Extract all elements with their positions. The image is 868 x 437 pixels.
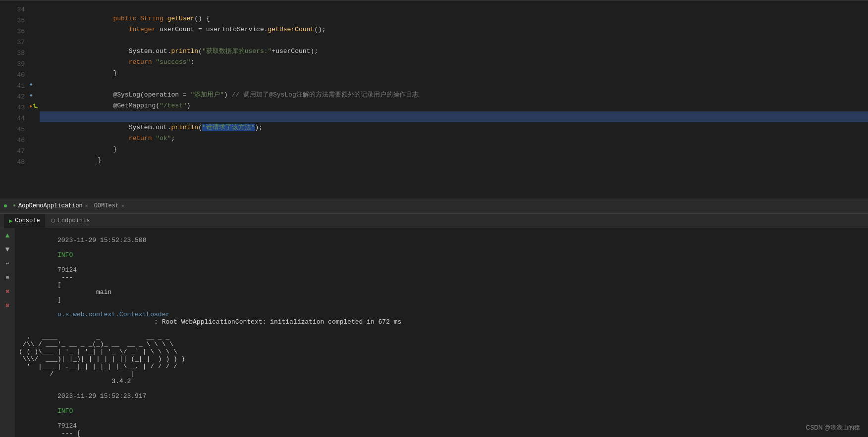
console-tab-bar: ▶ Console ⬡ Endpoints xyxy=(0,213,868,228)
bottom-section: ● AopDemoApplication ✕ OOMTest ✕ ▶ Conso… xyxy=(0,198,868,437)
run-status-dot xyxy=(4,204,7,207)
run-label-aop[interactable]: ● AopDemoApplication ✕ xyxy=(13,202,88,209)
log-ascii-4: \\\/ ___)| |_)| | | | | || (_| | ) ) ) ) xyxy=(19,355,864,363)
tab-console[interactable]: ▶ Console xyxy=(4,214,45,228)
endpoints-icon: ⬡ xyxy=(51,218,55,224)
run-label-oom[interactable]: OOMTest ✕ xyxy=(94,202,124,209)
log-ascii-6: / | xyxy=(19,370,864,378)
console-output-area[interactable]: 2023-11-29 15:52:23.508 INFO 79124 --- [… xyxy=(15,228,868,437)
code-line-43: public String test() { xyxy=(40,100,868,111)
run-label-bar: ● AopDemoApplication ✕ OOMTest ✕ xyxy=(0,198,868,213)
endpoints-label: Endpoints xyxy=(58,217,90,224)
code-line-36 xyxy=(40,24,868,35)
run-label-aop-icon: ● xyxy=(13,203,16,208)
scroll-up-icon[interactable]: ▲ xyxy=(2,230,13,241)
main-layout: ● UserController.java ✕ ● Authority.java… xyxy=(0,0,868,437)
filter-icon[interactable]: ⊞ xyxy=(2,272,13,283)
tab-endpoints[interactable]: ⬡ Endpoints xyxy=(46,214,95,228)
gutter-icons: ◆ ◆ ▶ 🐛 xyxy=(30,0,40,194)
run-label-aop-close[interactable]: ✕ xyxy=(85,203,88,209)
log-line-1: 2023-11-29 15:52:23.508 INFO 79124 --- [… xyxy=(19,229,864,333)
console-body: ▲ ▼ ↩ ⊞ ⊠ ⊠ 2023-11-29 15:52:23.508 INFO… xyxy=(0,228,868,437)
run-label-oom-close[interactable]: ✕ xyxy=(121,203,124,209)
code-line-45: return "ok"; xyxy=(40,122,868,133)
code-line-38: return "success"; xyxy=(40,46,868,57)
console-left-tools: ▲ ▼ ↩ ⊞ ⊠ ⊠ xyxy=(0,228,15,437)
code-line-40 xyxy=(40,68,868,79)
scroll-down-icon[interactable]: ▼ xyxy=(2,244,13,255)
settings-icon[interactable]: ⊠ xyxy=(2,299,13,310)
log-ascii-3: ( ( )\___ | '_ | '_| | '_ \/ _` | \ \ \ … xyxy=(19,348,864,355)
line-numbers: 34 35 36 37 38 39 40 41 42 43 44 45 46 4… xyxy=(0,0,30,194)
run-label-oom-text: OOMTest xyxy=(94,202,119,209)
log-ascii-7: 3.4.2 xyxy=(19,378,864,385)
log-ascii-2: /\\ / ___'_ __ _ _(_)_ __ __ _ \ \ \ \ xyxy=(19,340,864,348)
console-icon: ▶ xyxy=(9,217,12,225)
debug-icon[interactable]: 🐛 xyxy=(33,103,38,109)
code-line-42: @GetMapping("/test") xyxy=(40,90,868,100)
code-line-44: System.out.println("谁请求了该方法"); xyxy=(40,111,868,122)
clear-icon[interactable]: ⊠ xyxy=(2,286,13,296)
log-ascii-5: ' |____| .__|_| |_|_| |_\__, | / / / / xyxy=(19,363,864,370)
code-line-39: } xyxy=(40,57,868,68)
code-line-47: } xyxy=(40,144,868,155)
editor-section: 34 35 36 37 38 39 40 41 42 43 44 45 46 4… xyxy=(0,0,868,198)
run-icon[interactable]: ▶ xyxy=(30,103,32,109)
watermark: CSDN @浪浪山的猿 xyxy=(806,424,860,432)
console-label: Console xyxy=(15,217,40,224)
run-label-aop-text: AopDemoApplication xyxy=(18,202,83,209)
code-line-41: @SysLog(operation = "添加用户") // 调用加了@SysL… xyxy=(40,79,868,90)
code-line-34: public String getUser() { xyxy=(40,2,868,13)
code-line-46: } xyxy=(40,133,868,144)
code-line-35: Integer userCount = userInfoService.getU… xyxy=(40,13,868,24)
code-content[interactable]: public String getUser() { Integer userCo… xyxy=(40,0,868,194)
wrap-icon[interactable]: ↩ xyxy=(2,258,13,269)
log-line-2: 2023-11-29 15:52:23.917 INFO 79124 --- [… xyxy=(19,385,864,437)
log-ascii-1: . ____ _ __ _ _ xyxy=(19,333,864,340)
code-line-48 xyxy=(40,155,868,166)
editor-area[interactable]: 34 35 36 37 38 39 40 41 42 43 44 45 46 4… xyxy=(0,0,868,194)
code-line-37: System.out.println("获取数据库的users:"+userCo… xyxy=(40,35,868,46)
